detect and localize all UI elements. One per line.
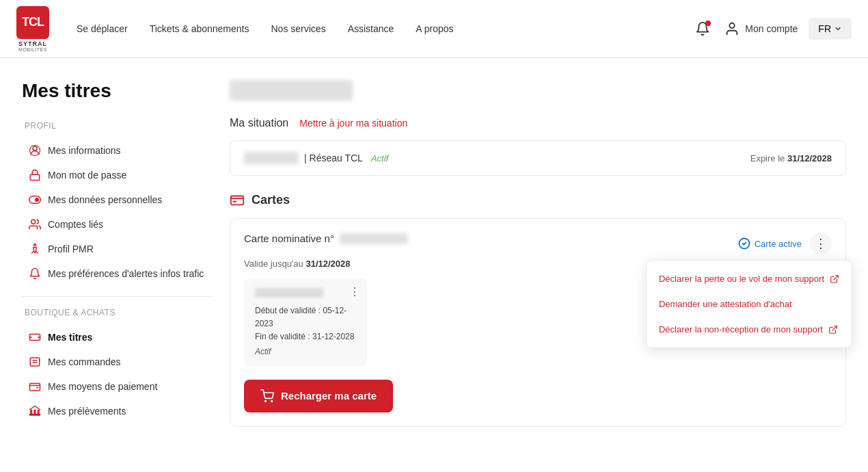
sidebar-label: Comptes liés: [48, 219, 103, 230]
language-selector[interactable]: FR: [809, 18, 852, 40]
recharge-button[interactable]: Recharger ma carte: [244, 380, 393, 412]
page-layout: Mes titres Profil Mes informations Mon m…: [0, 58, 868, 472]
sidebar-item-mon-mot-de-passe[interactable]: Mon mot de passe: [22, 163, 213, 187]
situation-label: Ma situation: [230, 117, 288, 129]
brand-sub: MOBILITÉS: [18, 47, 47, 52]
svg-rect-17: [231, 196, 243, 205]
sidebar-item-prelevements[interactable]: Mes prélèvements: [22, 399, 213, 423]
sidebar: Mes titres Profil Mes informations Mon m…: [22, 80, 213, 472]
sidebar-boutique-label: Boutique & achats: [22, 308, 213, 317]
carte-active-label: Carte active: [755, 239, 802, 249]
cartes-icon: [230, 192, 245, 207]
svg-rect-3: [30, 174, 40, 180]
brand-name: SYTRAL: [18, 40, 47, 47]
user-circle-icon: [29, 144, 41, 157]
svg-point-1: [33, 146, 37, 150]
dropdown-item-perte[interactable]: Déclarer la perte ou le vol de mon suppo…: [647, 266, 852, 291]
logo-box: TCL: [16, 6, 49, 39]
svg-point-6: [31, 220, 36, 224]
ticket-thumb-blurred: [255, 288, 323, 298]
card-header: Carte nominative n° Carte active ⋮: [244, 233, 832, 254]
dropdown-label: Déclarer la non-réception de mon support: [659, 324, 823, 335]
situation-card-blurred: [244, 152, 299, 164]
situation-row: Ma situation Mettre à jour ma situation: [230, 117, 846, 129]
account-button[interactable]: Mon compte: [724, 21, 798, 36]
toggle-icon: [29, 194, 41, 206]
svg-point-5: [36, 198, 39, 202]
ticket-status: Actif: [255, 347, 356, 356]
sidebar-item-moyens-paiement[interactable]: Mes moyens de paiement: [22, 375, 213, 398]
svg-point-21: [265, 400, 267, 402]
card-title: Carte nominative n°: [244, 233, 334, 244]
accessibility-icon: [29, 243, 41, 255]
update-situation-link[interactable]: Mettre à jour ma situation: [299, 118, 407, 129]
nav-tickets[interactable]: Tickets & abonnements: [150, 21, 249, 37]
user-name-blurred: [230, 80, 353, 101]
sidebar-label: Mes titres: [48, 332, 92, 343]
bell-icon: [29, 267, 41, 280]
nav-apropos[interactable]: A propos: [416, 21, 453, 37]
sidebar-label: Mes moyens de paiement: [48, 381, 157, 392]
main-nav: Se déplacer Tickets & abonnements Nos se…: [77, 21, 692, 37]
ticket-icon: [29, 331, 41, 343]
situation-card-left: | Réseau TCL Actif: [244, 152, 388, 164]
sidebar-divider: [22, 296, 213, 297]
nav-services[interactable]: Nos services: [271, 21, 326, 37]
sidebar-label: Mes commandes: [48, 356, 121, 367]
check-circle-icon: [738, 237, 750, 250]
account-label: Mon compte: [745, 23, 798, 34]
card-dropdown-menu: Déclarer la perte ou le vol de mon suppo…: [646, 260, 852, 348]
sidebar-item-mes-commandes[interactable]: Mes commandes: [22, 350, 213, 373]
dropdown-item-attestation[interactable]: Demander une attestation d'achat: [647, 291, 852, 317]
svg-point-0: [730, 23, 735, 28]
svg-rect-15: [34, 410, 36, 415]
svg-point-22: [271, 400, 273, 402]
recharge-label: Recharger ma carte: [281, 390, 377, 402]
svg-point-7: [34, 244, 36, 246]
sidebar-item-mes-donnees[interactable]: Mes données personnelles: [22, 188, 213, 211]
page-title: Mes titres: [22, 80, 213, 102]
main-content: Ma situation Mettre à jour ma situation …: [230, 80, 846, 472]
svg-rect-16: [38, 410, 40, 415]
dropdown-label: Déclarer la perte ou le vol de mon suppo…: [659, 274, 824, 284]
ticket-sub-card: ⋮ Début de validité : 05-12-2023 Fin de …: [244, 278, 367, 366]
sidebar-label: Mes informations: [48, 145, 121, 156]
notification-bell[interactable]: [692, 18, 714, 40]
card-name-row: Carte nominative n°: [244, 233, 408, 244]
users-icon: [29, 218, 41, 231]
header-right: Mon compte FR: [692, 18, 852, 40]
header: TCL SYTRAL MOBILITÉS Se déplacer Tickets…: [0, 0, 868, 58]
sidebar-label: Mes préférences d'alertes infos trafic: [48, 268, 204, 279]
sidebar-label: Mes données personnelles: [48, 194, 162, 205]
sidebar-profil-label: Profil: [22, 121, 213, 131]
svg-rect-12: [30, 384, 40, 391]
lock-icon: [29, 169, 41, 181]
logo[interactable]: TCL SYTRAL MOBILITÉS: [16, 6, 49, 52]
sidebar-item-mes-titres[interactable]: Mes titres: [22, 326, 213, 349]
situation-card: | Réseau TCL Actif Expire le 31/12/2028: [230, 140, 846, 176]
debut-validite: Début de validité : 05-12-2023: [255, 304, 356, 330]
cartes-section-header: Cartes: [230, 192, 846, 207]
nav-assistance[interactable]: Assistance: [348, 21, 394, 37]
sidebar-item-profil-pmr[interactable]: Profil PMR: [22, 237, 213, 261]
expire-date: Expire le 31/12/2028: [750, 153, 832, 163]
list-icon: [29, 356, 41, 368]
sidebar-label: Profil PMR: [48, 244, 94, 254]
card-number-blurred: [340, 233, 408, 244]
nav-se-deplacer[interactable]: Se déplacer: [77, 21, 128, 37]
actif-badge: Actif: [371, 153, 388, 163]
wallet-icon: [29, 380, 41, 393]
bank-icon: [29, 405, 41, 417]
ticket-options-button[interactable]: ⋮: [349, 285, 360, 298]
svg-rect-14: [31, 410, 32, 415]
dropdown-item-non-reception[interactable]: Déclarer la non-réception de mon support: [647, 317, 852, 342]
external-link-icon: [828, 325, 838, 335]
sidebar-label: Mon mot de passe: [48, 170, 126, 181]
sidebar-item-mes-informations[interactable]: Mes informations: [22, 139, 213, 162]
card-options-button[interactable]: ⋮: [810, 233, 832, 254]
sidebar-item-alertes[interactable]: Mes préférences d'alertes infos trafic: [22, 262, 213, 285]
carte-active-badge: Carte active: [738, 237, 802, 250]
reseau-label: | Réseau TCL: [304, 153, 363, 163]
sidebar-item-comptes-lies[interactable]: Comptes liés: [22, 213, 213, 236]
card-header-right: Carte active ⋮: [738, 233, 832, 254]
